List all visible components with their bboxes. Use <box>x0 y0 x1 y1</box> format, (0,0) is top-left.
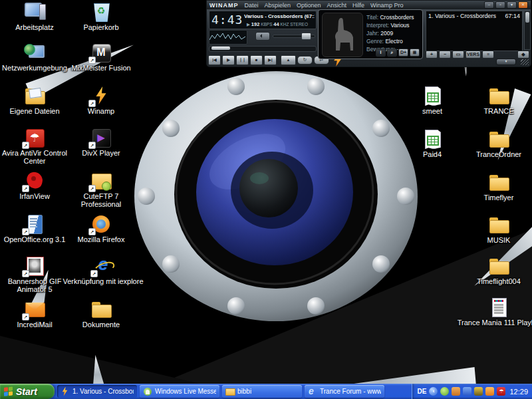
taskbar: Start 1. Various - Crossbor... Windows L… <box>0 384 532 399</box>
field-titel: Titel: Crossborders <box>366 14 414 21</box>
photo-icon: ↗ <box>23 256 46 276</box>
waveform-icon <box>209 31 245 43</box>
playlist-panel: 1. Various - Crossborders 67:14 + − ▭ VE… <box>424 9 531 59</box>
desktop-icon-incredimail[interactable]: ↗ IncrediMail <box>0 299 71 329</box>
avira-tray-icon[interactable]: ☂ <box>497 387 505 396</box>
menu-ansicht[interactable]: Ansicht <box>327 2 347 9</box>
album-art[interactable] <box>322 13 363 57</box>
playlist-list[interactable]: 1. Various - Crossborders 67:14 <box>426 11 523 51</box>
resize-grip[interactable] <box>521 59 529 65</box>
desktop-icon-arbeitsplatz[interactable]: Arbeitsplatz <box>0 2 71 31</box>
volume-thumb[interactable] <box>301 33 311 40</box>
seek-thumb[interactable] <box>211 47 230 50</box>
start-button[interactable]: Start <box>0 384 55 399</box>
playlist-misc-button[interactable]: VERS <box>466 51 481 59</box>
shortcut-arrow-icon: ↗ <box>88 142 96 149</box>
icon-label: Arbeitsplatz <box>0 23 71 31</box>
toggle-button[interactable]: ▾ <box>507 1 517 9</box>
desktop-icon-papierkorb[interactable]: Papierkorb <box>65 2 138 31</box>
language-indicator[interactable]: DE <box>418 388 427 395</box>
desktop-icon-mixmeister[interactable]: ↗ MixMeister Fusion <box>65 43 138 72</box>
desktop-icon-eigene-dateien[interactable]: Eigene Dateien <box>0 86 71 115</box>
task-bibbi-folder[interactable]: bibbi <box>222 385 302 398</box>
desktop-icon-timeflyer[interactable]: Timeflyer <box>462 172 532 201</box>
task-winamp[interactable]: 1. Various - Crossbor... <box>57 385 137 398</box>
minimize-button[interactable]: – <box>484 1 494 9</box>
field-interpret: Interpret: Various <box>366 22 410 29</box>
desktop-icon-openoffice[interactable]: ↗ OpenOffice.org 3.1 <box>0 214 71 243</box>
playlist-select-button[interactable]: ▭ <box>452 51 464 59</box>
icon-label: TranceOrdner <box>462 150 532 158</box>
mute-speaker-button[interactable] <box>255 32 270 41</box>
desktop-icon-divx[interactable]: ↗ DivX Player <box>65 128 138 157</box>
avira-icon: ↗ <box>23 128 46 148</box>
internet-explorer-icon <box>308 387 317 396</box>
incredimail-tray-icon[interactable] <box>485 387 494 396</box>
enqueue-button[interactable]: D+ <box>398 49 408 57</box>
menu-winamp-pro[interactable]: Winamp Pro <box>370 2 404 9</box>
windows-flag-icon <box>4 386 13 396</box>
playlist-item-title: Various - Crossborders <box>435 13 502 19</box>
display-settings-tray-icon[interactable] <box>463 387 471 396</box>
icon-label: Paid4 <box>396 150 469 158</box>
menu-abspielen[interactable]: Abspielen <box>265 2 291 9</box>
desktop-icon-netzwerkumgebung[interactable]: Netzwerkumgebung <box>0 43 71 72</box>
task-messenger[interactable]: Windows Live Messen... <box>140 385 219 398</box>
desktop-icon-trance[interactable]: TRANCE <box>462 86 532 115</box>
playlist-remove-button[interactable]: − <box>439 51 451 59</box>
scrollbar-thumb[interactable] <box>525 12 529 23</box>
desktop-icon-avira[interactable]: ↗ Avira AntiVir Control Center <box>0 128 71 165</box>
windowshade-button[interactable]: ▫ <box>495 1 505 9</box>
drawer-tab-button[interactable]: ▾ <box>496 59 516 65</box>
clock[interactable]: 12:29 <box>509 388 528 396</box>
media-info-panel: Titel: Crossborders Interpret: Various J… <box>318 9 423 59</box>
icon-label: CuteFTP 7 Professional <box>65 192 138 208</box>
track-title-ticker[interactable]: Various - Crossborders (67:14) <box>244 13 315 19</box>
hide-icons-button[interactable]: ‹ <box>429 387 438 396</box>
volume-slider[interactable] <box>273 35 315 38</box>
playlist-add-button[interactable]: + <box>426 51 438 59</box>
desktop: Arbeitsplatz Papierkorb Netzwerkumgebung… <box>0 0 532 399</box>
playlist-list-button[interactable]: ≡ <box>482 51 494 59</box>
search-button[interactable]: ⌕ <box>387 49 397 57</box>
desktop-icon-cuteftp[interactable]: ↗ CuteFTP 7 Professional <box>65 171 138 208</box>
desktop-icon-winamp[interactable]: ↗ Winamp <box>65 86 138 115</box>
player-display: 4:43 Various - Crossborders (67:14) ▶ 19… <box>209 11 317 29</box>
desktop-icon-smeet[interactable]: smeet <box>396 86 469 115</box>
security-alert-tray-icon[interactable] <box>474 387 483 396</box>
messenger-contact-tray-icon[interactable] <box>452 387 460 396</box>
desktop-icon-firefox[interactable]: ↗ Mozilla Firefox <box>65 214 138 243</box>
info-button[interactable]: i <box>376 49 386 57</box>
media-options-button[interactable]: ≣ <box>410 49 420 57</box>
desktop-icon-dokumente[interactable]: Dokumente <box>65 299 138 329</box>
playlist-item[interactable]: 1. Various - Crossborders 67:14 <box>426 11 522 21</box>
playlist-scrollbar[interactable] <box>524 11 531 50</box>
winamp-bottom-edge: ▾ <box>207 59 531 66</box>
task-trance-forum[interactable]: Trance Forum - www.... <box>305 385 384 398</box>
playlist-options-button[interactable]: ◆ <box>517 51 529 59</box>
desktop-icon-irfanview[interactable]: ↗ IrfanView <box>0 171 71 200</box>
winamp-titlebar[interactable]: WINAMP Datei Abspielen Optionen Ansicht … <box>207 1 531 9</box>
icon-label: Timeflight004 <box>462 277 532 285</box>
desktop-icon-tranceordner[interactable]: TranceOrdner <box>462 129 532 158</box>
firefox-icon: ↗ <box>90 214 112 234</box>
desktop-icon-iexplore[interactable]: ↗ Verknüpfung mit iexplore <box>60 256 146 285</box>
shortcut-arrow-icon: ↗ <box>88 185 96 192</box>
icon-label: IrfanView <box>0 192 71 200</box>
messenger-plus-tray-icon[interactable] <box>440 387 449 396</box>
close-button[interactable]: ✕ <box>518 1 528 9</box>
icon-label: Timeflyer <box>462 194 532 201</box>
visualizer[interactable] <box>209 30 247 45</box>
elapsed-time[interactable]: 4:43 <box>211 13 243 27</box>
winamp-window: WINAMP Datei Abspielen Optionen Ansicht … <box>206 0 531 67</box>
desktop-icon-paid4[interactable]: Paid4 <box>396 129 469 158</box>
desktop-icon-musik[interactable]: MUSIK <box>462 215 532 244</box>
seek-bar[interactable] <box>209 46 317 52</box>
desktop-icon-timeflight004[interactable]: Timeflight004 <box>462 256 532 285</box>
field-jahr: Jahr: 2009 <box>366 30 393 37</box>
menu-datei[interactable]: Datei <box>245 2 259 9</box>
desktop-icon-trance-mania-playlist[interactable]: Trance Mania 111 Playlist <box>456 297 532 327</box>
menu-optionen[interactable]: Optionen <box>297 2 321 9</box>
menu-hilfe[interactable]: Hilfe <box>352 2 364 9</box>
icon-label: Winamp <box>65 107 138 115</box>
